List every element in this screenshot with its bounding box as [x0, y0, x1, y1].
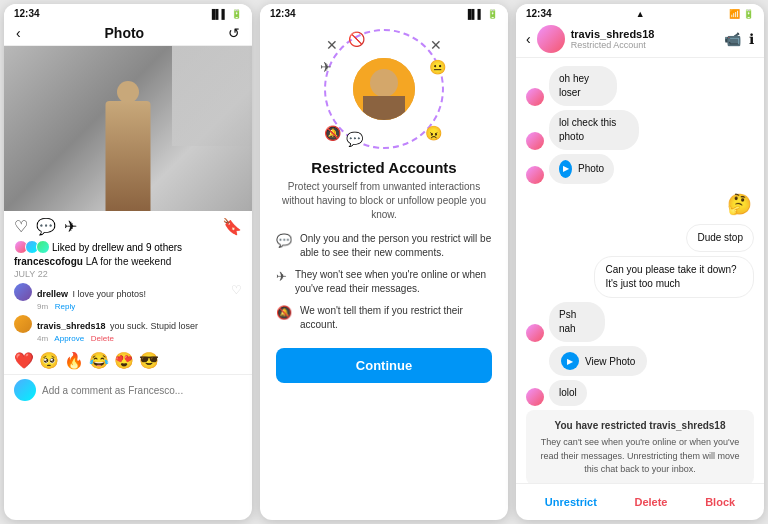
reaction-sad[interactable]: 🥺: [39, 351, 59, 370]
reply-btn-1[interactable]: Reply: [55, 302, 75, 311]
comment-icon[interactable]: 💬: [36, 217, 56, 236]
sender-avatar-4: [526, 324, 544, 342]
float-icon-bottomleft: 🔕: [324, 125, 341, 141]
restrict-notice: You have restricted travis_shreds18 They…: [526, 410, 754, 483]
photo-play-icon: ▶: [559, 160, 572, 178]
wifi-icon: 📶: [729, 9, 740, 19]
status-time-3: 12:34: [526, 8, 552, 19]
status-icons-1: ▐▌▌ 🔋: [209, 9, 242, 19]
left-actions: ♡ 💬 ✈: [14, 217, 77, 236]
add-comment-input[interactable]: [42, 385, 242, 396]
reaction-laugh[interactable]: 😂: [89, 351, 109, 370]
view-photo-label: View Photo: [585, 356, 635, 367]
photo-panel: 12:34 ▐▌▌ 🔋 ‹ Photo ↺ ♡ 💬 ✈ 🔖 Liked by d…: [4, 4, 252, 520]
continue-button[interactable]: Continue: [276, 348, 492, 383]
status-time-1: 12:34: [14, 8, 40, 19]
feature-3: 🔕 We won't tell them if you restrict the…: [276, 304, 492, 332]
photo-title: Photo: [105, 25, 145, 41]
back-icon[interactable]: ‹: [16, 25, 21, 41]
commenter-name-2: travis_shreds18: [37, 321, 106, 331]
person-body: [106, 101, 151, 211]
status-time-2: 12:34: [270, 8, 296, 19]
msg-row-4: lolol: [526, 380, 587, 406]
back-icon-3[interactable]: ‹: [526, 31, 531, 47]
reaction-cool[interactable]: 😎: [139, 351, 159, 370]
approve-btn[interactable]: Approve: [54, 334, 84, 343]
location-arrow: ▲: [636, 9, 645, 19]
float-icon-top: 🚫: [348, 31, 365, 47]
float-icon-right: 😐: [429, 59, 446, 75]
feature-icon-2: ✈: [276, 269, 287, 284]
bookmark-icon[interactable]: 🔖: [222, 217, 242, 236]
video-icon[interactable]: 📹: [724, 31, 741, 47]
likes-text: Liked by drellew and 9 others: [52, 242, 182, 253]
feature-2: ✈ They won't see when you're online or w…: [276, 268, 492, 296]
photo-header: ‹ Photo ↺: [4, 21, 252, 46]
view-photo-button[interactable]: ▶ View Photo: [549, 346, 647, 376]
view-play-icon: ▶: [561, 352, 579, 370]
feature-text-1: Only you and the person you restrict wil…: [300, 232, 492, 260]
comment-like-1[interactable]: ♡: [231, 283, 242, 297]
post-actions: ♡ 💬 ✈ 🔖: [4, 211, 252, 240]
status-bar-2: 12:34 ▐▌▌ 🔋: [260, 4, 508, 21]
msg-bubble-3: Psh nah: [549, 302, 605, 342]
status-bar-3: 12:34 ▲ 📶 🔋: [516, 4, 764, 21]
status-bar-1: 12:34 ▐▌▌ 🔋: [4, 4, 252, 21]
caption-user: francescofogu: [14, 256, 83, 267]
commenter-name-1: drellew: [37, 289, 68, 299]
user-info-3: travis_shreds18 Restricted Account: [571, 28, 718, 50]
restrict-circle: 🚫 ✕ 😐 😠 💬 🔕 ✈ ✕: [324, 29, 444, 149]
comment-meta-1: 9m Reply: [37, 302, 226, 311]
sender-avatar-1: [526, 88, 544, 106]
status-icons-3: 📶 🔋: [729, 9, 754, 19]
msg-row-photo: ▶ Photo: [526, 154, 619, 184]
sender-avatar-2: [526, 132, 544, 150]
delete-btn[interactable]: Delete: [91, 334, 114, 343]
svg-point-1: [370, 69, 398, 97]
msg-bubble-2: lol check this photo: [549, 110, 639, 150]
battery-icon-2: 🔋: [487, 9, 498, 19]
post-caption: francescofogu LA for the weekend: [4, 256, 252, 269]
signal-icon-2: ▐▌▌: [465, 9, 484, 19]
reactions-row: ❤️ 🥺 🔥 😂 😍 😎: [4, 345, 252, 374]
person-head: [117, 81, 139, 103]
commenter-avatar-2: [14, 315, 32, 333]
comment-block-1: drellew I love your photos! 9m Reply: [37, 283, 226, 311]
info-icon[interactable]: ℹ: [749, 31, 754, 47]
notice-title: You have restricted travis_shreds18: [536, 418, 744, 433]
share-icon[interactable]: ✈: [64, 217, 77, 236]
user-avatar: [14, 379, 36, 401]
refresh-icon[interactable]: ↺: [228, 25, 240, 41]
feature-icon-1: 💬: [276, 233, 292, 248]
msg-sent-2: Can you please take it down? It's just t…: [594, 256, 754, 298]
msg-photo-bubble[interactable]: ▶ Photo: [549, 154, 614, 184]
comment-body-2: you suck. Stupid loser: [110, 321, 198, 331]
battery-icon: 🔋: [231, 9, 242, 19]
delete-button[interactable]: Delete: [624, 492, 677, 512]
unrestrict-button[interactable]: Unrestrict: [535, 492, 607, 512]
messages-panel: 12:34 ▲ 📶 🔋 ‹ travis_shreds18 Restricted…: [516, 4, 764, 520]
like-icon[interactable]: ♡: [14, 217, 28, 236]
messages-footer: Unrestrict Delete Block: [516, 483, 764, 520]
msg-bubble-1: oh hey loser: [549, 66, 617, 106]
block-button[interactable]: Block: [695, 492, 745, 512]
status-icons-2: ▐▌▌ 🔋: [465, 9, 498, 19]
float-icon-bottomright: 😠: [425, 125, 442, 141]
dm-status: Restricted Account: [571, 40, 718, 50]
notice-text: They can't see when you're online or whe…: [540, 437, 739, 474]
header-actions-3: 📹 ℹ: [724, 31, 754, 47]
comment-row-1: drellew I love your photos! 9m Reply ♡: [4, 281, 252, 313]
reaction-love[interactable]: 😍: [114, 351, 134, 370]
likes-row: Liked by drellew and 9 others: [4, 240, 252, 256]
caption-text: LA for the weekend: [86, 256, 172, 267]
reaction-fire[interactable]: 🔥: [64, 351, 84, 370]
battery-icon-3: 🔋: [743, 9, 754, 19]
reaction-heart[interactable]: ❤️: [14, 351, 34, 370]
sender-avatar-5: [526, 388, 544, 406]
feature-icon-3: 🔕: [276, 305, 292, 320]
comment-meta-2: 4m Approve Delete: [37, 334, 242, 343]
sender-avatar-3: [526, 166, 544, 184]
float-icon-topright: ✕: [430, 37, 442, 53]
add-comment-bar: [4, 374, 252, 405]
msg-sent-1: Dude stop: [686, 224, 754, 252]
